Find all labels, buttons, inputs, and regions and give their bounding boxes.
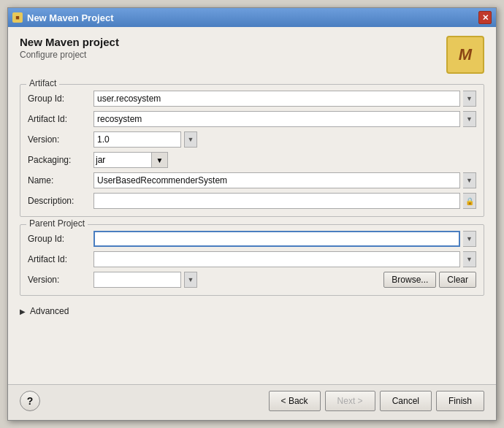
help-button[interactable]: ? [20,391,40,411]
parent-artifact-id-label: Artifact Id: [28,254,93,264]
packaging-select[interactable]: jar war pom ear [93,152,152,168]
artifact-id-dropdown[interactable]: ▼ [463,111,476,127]
back-button[interactable]: < Back [269,391,321,411]
description-input-wrap: 🔒 [93,193,476,209]
artifact-id-label: Artifact Id: [28,114,93,124]
lock-icon: 🔒 [463,193,476,209]
parent-group-id-label: Group Id: [28,234,93,244]
description-row: Description: 🔒 [28,193,476,209]
advanced-row[interactable]: ▶ Advanced [20,306,484,316]
parent-artifact-id-input[interactable] [93,251,460,267]
parent-section: Parent Project Group Id: ▼ Artifact Id: … [20,224,484,296]
group-id-input-wrap: ▼ [93,91,476,107]
group-id-row: Group Id: ▼ [28,91,476,107]
title-block: New Maven project Configure project [20,36,119,60]
cancel-button[interactable]: Cancel [380,391,432,411]
advanced-label: Advanced [30,306,69,316]
name-dropdown[interactable]: ▼ [463,172,476,188]
finish-button[interactable]: Finish [436,391,484,411]
packaging-dropdown-arrow[interactable]: ▼ [152,152,168,168]
group-id-dropdown[interactable]: ▼ [463,91,476,107]
advanced-triangle-icon: ▶ [20,307,26,316]
version-input-wrap: ▼ [93,131,197,148]
parent-group-id-row: Group Id: ▼ [28,231,476,247]
name-row: Name: ▼ [28,172,476,188]
version-input[interactable] [93,131,181,148]
description-input[interactable] [93,193,460,209]
parent-artifact-id-row: Artifact Id: ▼ [28,251,476,267]
parent-section-label: Parent Project [26,218,88,229]
page-subtitle: Configure project [20,50,119,60]
maven-logo: M [446,36,484,74]
name-input-wrap: ▼ [93,172,476,188]
page-header: New Maven project Configure project M [20,36,484,74]
name-label: Name: [28,175,93,186]
parent-group-id-input[interactable] [93,231,460,247]
page-title: New Maven project [20,36,119,48]
packaging-label: Packaging: [28,155,93,165]
group-id-input[interactable] [93,91,460,107]
clear-button[interactable]: Clear [439,272,476,288]
button-row: ? < Back Next > Cancel Finish [8,384,496,420]
packaging-select-wrap: jar war pom ear ▼ [93,152,168,168]
version-row: Version: ▼ [28,131,476,148]
btn-right: < Back Next > Cancel Finish [269,391,484,411]
version-label: Version: [28,134,93,145]
name-input[interactable] [93,172,460,188]
close-button[interactable]: ✕ [478,11,492,24]
content-area: New Maven project Configure project M Ar… [8,27,496,384]
btn-left: ? [20,391,40,411]
parent-version-row: Version: ▼ Browse... Clear [28,272,476,288]
packaging-row: Packaging: jar war pom ear ▼ [28,152,476,168]
parent-artifact-id-wrap: ▼ [93,251,476,267]
parent-group-id-wrap: ▼ [93,231,476,247]
parent-group-id-dropdown[interactable]: ▼ [463,231,476,247]
artifact-id-row: Artifact Id: ▼ [28,111,476,127]
dialog-title: New Maven Project [27,12,114,23]
parent-version-wrap: ▼ Browse... Clear [93,272,476,288]
parent-version-input[interactable] [93,272,181,288]
version-dropdown[interactable]: ▼ [184,131,197,148]
parent-version-label: Version: [28,275,93,285]
artifact-section-label: Artifact [26,78,59,88]
artifact-section: Artifact Group Id: ▼ Artifact Id: ▼ Ver [20,84,484,217]
parent-artifact-id-dropdown[interactable]: ▼ [463,251,476,267]
dialog: ■ New Maven Project ✕ New Maven project … [7,7,497,421]
parent-version-dropdown[interactable]: ▼ [184,272,197,288]
browse-button[interactable]: Browse... [383,272,436,288]
group-id-label: Group Id: [28,93,93,104]
title-bar-left: ■ New Maven Project [12,12,114,23]
app-icon: ■ [12,12,23,23]
description-label: Description: [28,196,93,206]
artifact-id-input-wrap: ▼ [93,111,476,127]
next-button[interactable]: Next > [325,391,375,411]
artifact-id-input[interactable] [93,111,460,127]
title-bar: ■ New Maven Project ✕ [8,8,496,27]
